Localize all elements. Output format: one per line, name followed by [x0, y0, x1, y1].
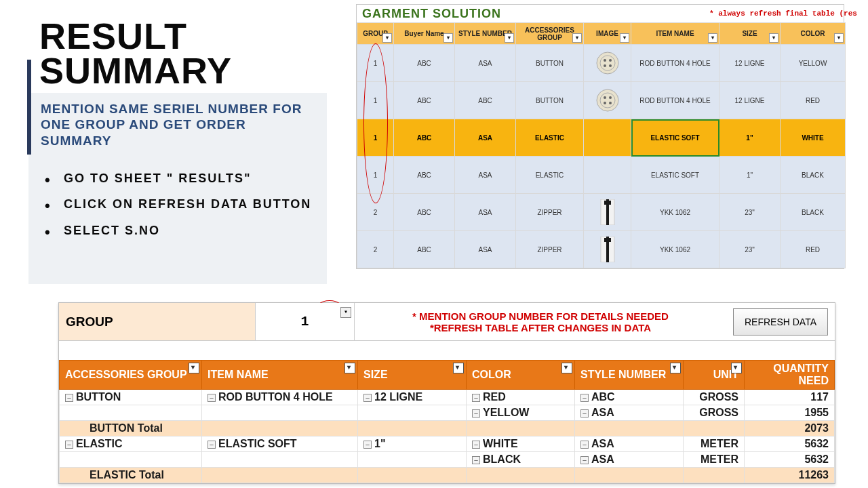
- table-row[interactable]: 2ABCASAZIPPERYKK 106223"RED: [357, 231, 846, 268]
- column-header[interactable]: GROUP▾: [357, 23, 394, 45]
- column-header[interactable]: COLOR▾: [781, 23, 846, 45]
- collapse-icon[interactable]: −: [363, 441, 372, 449]
- table-cell: ABC: [394, 45, 455, 82]
- accent-bar: [27, 60, 31, 155]
- table-cell: ABC: [455, 82, 516, 119]
- svg-rect-17: [604, 238, 611, 242]
- pivot-column-header[interactable]: STYLE NUMBER: [575, 361, 684, 390]
- filter-dropdown-icon[interactable]: [453, 363, 464, 373]
- header-row: GROUP▾Buyer Name▾STYLE NUMBER▾ACCESSORIE…: [357, 23, 846, 45]
- table-row[interactable]: 1ABCASAELASTICELASTIC SOFT1"BLACK: [357, 157, 846, 194]
- filter-dropdown-icon[interactable]: ▾: [620, 33, 629, 43]
- column-header[interactable]: SIZE▾: [719, 23, 781, 45]
- table-cell: 1: [357, 45, 394, 82]
- pivot-cell: −12 LIGNE: [358, 390, 467, 405]
- svg-point-8: [604, 96, 606, 99]
- filter-dropdown-icon[interactable]: [189, 363, 199, 373]
- collapse-icon[interactable]: −: [472, 394, 480, 402]
- instruction-item: GO TO SHEET " RESULTS": [45, 165, 315, 192]
- table-cell: 2: [357, 231, 394, 268]
- empty-cell: [358, 421, 467, 436]
- collapse-icon[interactable]: −: [580, 394, 589, 402]
- column-header[interactable]: ITEM NAME▾: [631, 23, 719, 45]
- pivot-column-header[interactable]: SIZE: [358, 361, 467, 390]
- pivot-column-header[interactable]: UNIT: [684, 361, 745, 390]
- pivot-cell: −RED: [467, 390, 575, 405]
- table-cell: ELASTIC SOFT: [631, 119, 719, 157]
- table-cell: ABC: [394, 157, 455, 194]
- table-cell: [584, 119, 631, 157]
- collapse-icon[interactable]: −: [65, 394, 73, 402]
- svg-point-10: [604, 102, 606, 104]
- pivot-cell: −ASA: [575, 452, 684, 468]
- collapse-icon[interactable]: −: [208, 394, 216, 402]
- pivot-cell: [60, 405, 202, 421]
- table-cell: BLACK: [781, 194, 846, 231]
- filter-dropdown-icon[interactable]: ▾: [382, 33, 392, 43]
- filter-dropdown-icon[interactable]: [731, 363, 742, 373]
- filter-dropdown-icon[interactable]: [561, 363, 572, 373]
- column-header[interactable]: Buyer Name▾: [394, 23, 455, 45]
- total-qty-cell: 11263: [745, 468, 835, 483]
- empty-cell: [202, 421, 358, 436]
- table-row[interactable]: 1ABCASABUTTONROD BUTTON 4 HOLE12 LIGNEYE…: [357, 45, 846, 82]
- pivot-column-header[interactable]: COLOR: [467, 361, 575, 390]
- collapse-icon[interactable]: −: [363, 394, 372, 402]
- column-header[interactable]: IMAGE▾: [584, 23, 631, 45]
- table-cell: ASA: [455, 157, 516, 194]
- filter-dropdown-icon[interactable]: ▾: [443, 33, 453, 43]
- table-row[interactable]: 1ABCASAELASTICELASTIC SOFT1"WHITE: [357, 119, 846, 157]
- data-table: GROUP▾Buyer Name▾STYLE NUMBER▾ACCESSORIE…: [357, 22, 846, 268]
- filter-dropdown-icon[interactable]: ▾: [572, 33, 582, 43]
- filter-dropdown-icon[interactable]: ▾: [769, 33, 778, 43]
- pivot-cell: −ASA: [575, 436, 684, 452]
- table-cell: ELASTIC: [516, 157, 584, 194]
- pivot-column-header[interactable]: ACCESSORIES GROUP: [60, 361, 202, 390]
- filter-dropdown-icon[interactable]: ▾: [708, 33, 717, 43]
- collapse-icon[interactable]: −: [580, 456, 589, 464]
- pivot-cell: [202, 405, 358, 421]
- pivot-column-header[interactable]: ITEM NAME: [202, 361, 358, 390]
- filter-dropdown-icon[interactable]: ▾: [505, 33, 514, 43]
- svg-point-1: [600, 56, 615, 70]
- pivot-cell: −ASA: [575, 405, 684, 421]
- table-cell: YKK 1062: [631, 194, 719, 231]
- pivot-cell: −ROD BUTTON 4 HOLE: [202, 390, 358, 405]
- collapse-icon[interactable]: −: [472, 456, 480, 464]
- table-cell: 23": [719, 194, 781, 231]
- table-cell: ABC: [394, 82, 455, 119]
- empty-cell: [467, 468, 575, 483]
- pivot-cell: −WHITE: [467, 436, 575, 452]
- pivot-table: ACCESSORIES GROUPITEM NAMESIZECOLORSTYLE…: [59, 360, 835, 483]
- table-cell: BLACK: [781, 157, 846, 194]
- collapse-icon[interactable]: −: [580, 441, 589, 449]
- pivot-cell: −YELLOW: [467, 405, 575, 421]
- collapse-icon[interactable]: −: [208, 441, 216, 449]
- filter-icon[interactable]: ▾: [340, 307, 351, 318]
- pivot-row: −YELLOW−ASAGROSS1955: [60, 405, 835, 421]
- table-cell: YKK 1062: [631, 231, 719, 268]
- collapse-icon[interactable]: −: [65, 441, 73, 449]
- table-row[interactable]: 2ABCASAZIPPERYKK 106223"BLACK: [357, 194, 846, 231]
- table-cell: [584, 157, 631, 194]
- pivot-cell: 5632: [745, 436, 835, 452]
- group-value-text: 1: [300, 314, 309, 329]
- refresh-data-button[interactable]: REFRESH DATA: [733, 308, 828, 336]
- pivot-column-header[interactable]: QUANTITY NEED: [745, 361, 835, 390]
- table-cell: 23": [719, 231, 781, 268]
- instruction-item: SELECT S.NO: [45, 218, 315, 244]
- collapse-icon[interactable]: −: [472, 441, 480, 449]
- pivot-cell: −BUTTON: [60, 390, 202, 405]
- table-cell: [584, 231, 631, 268]
- filter-dropdown-icon[interactable]: [344, 363, 355, 373]
- table-cell: [584, 194, 631, 231]
- filter-dropdown-icon[interactable]: [670, 363, 681, 373]
- collapse-icon[interactable]: −: [472, 409, 480, 418]
- filter-dropdown-icon[interactable]: ▾: [834, 33, 844, 43]
- table-cell: RED: [781, 82, 846, 119]
- column-header[interactable]: STYLE NUMBER▾: [455, 23, 516, 45]
- column-header[interactable]: ACCESSORIES GROUP▾: [516, 23, 584, 45]
- collapse-icon[interactable]: −: [580, 409, 589, 418]
- group-filter-value[interactable]: 1 ▾: [256, 303, 355, 340]
- table-row[interactable]: 1ABCABCBUTTONROD BUTTON 4 HOLE12 LIGNERE…: [357, 82, 846, 119]
